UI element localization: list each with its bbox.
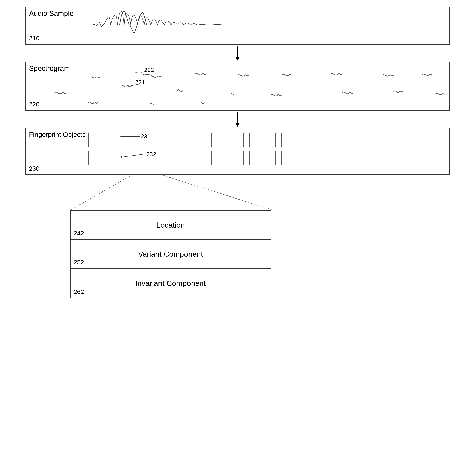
fp-cell-1-4	[185, 133, 211, 147]
fingerprint-label: Fingerprint Objects	[29, 131, 86, 138]
svg-marker-2	[142, 74, 144, 76]
annotation-231: 231	[141, 133, 150, 140]
detail-box: Location 242 Variant Component 252 Invar…	[70, 210, 271, 298]
fp-cell-1-6	[249, 133, 276, 147]
fp-cell-1-1	[88, 133, 115, 147]
fp-cell-1-5	[217, 133, 244, 147]
dashed-connector-svg	[25, 174, 450, 210]
svg-line-1	[144, 74, 151, 75]
fp-cell-2-2	[121, 151, 147, 165]
annotation-232: 232	[146, 151, 156, 158]
annotation-222: 222	[144, 67, 154, 73]
fp-row-2	[88, 151, 445, 165]
fp-cell-2-5	[217, 151, 244, 165]
diagram-container: Audio Sample 210 Spectrogram 220	[7, 7, 468, 469]
waveform-svg	[88, 11, 441, 39]
audio-sample-block: Audio Sample 210	[25, 7, 450, 45]
dashed-connector-area	[25, 174, 450, 210]
variant-number: 252	[74, 259, 84, 266]
fp-cell-2-1	[88, 151, 115, 165]
arrow-line-1	[237, 46, 238, 57]
location-label: Location	[156, 221, 185, 229]
detail-row-location: Location 242	[70, 211, 271, 240]
arrow-2	[235, 112, 240, 127]
detail-box-wrapper: Location 242 Variant Component 252 Invar…	[25, 210, 450, 298]
fp-cell-1-3	[153, 133, 179, 147]
location-number: 242	[74, 230, 84, 237]
variant-label: Variant Component	[138, 250, 203, 258]
annotation-221: 221	[135, 79, 145, 86]
invariant-label: Invariant Component	[135, 279, 206, 288]
fingerprint-number: 230	[29, 165, 39, 172]
fp-cell-2-3	[153, 151, 179, 165]
arrow-line-2	[237, 112, 238, 123]
fp-cell-1-7	[281, 133, 308, 147]
audio-sample-number: 210	[29, 35, 39, 42]
arrow-head-2	[235, 123, 240, 127]
detail-row-invariant: Invariant Component 262	[70, 269, 271, 298]
arrow-head-1	[235, 57, 240, 61]
svg-line-9	[70, 174, 133, 210]
fp-cell-2-4	[185, 151, 211, 165]
fp-cell-2-6	[249, 151, 276, 165]
fingerprint-objects-block: Fingerprint Objects 230	[25, 128, 450, 174]
invariant-number: 262	[74, 288, 84, 295]
arrow-1	[235, 46, 240, 61]
fp-cell-2-7	[281, 151, 308, 165]
audio-sample-label: Audio Sample	[29, 9, 73, 18]
spectrogram-content-svg	[26, 62, 449, 110]
svg-line-10	[160, 174, 273, 210]
detail-row-variant: Variant Component 252	[70, 240, 271, 269]
spectrogram-block: Spectrogram 220	[25, 62, 450, 111]
